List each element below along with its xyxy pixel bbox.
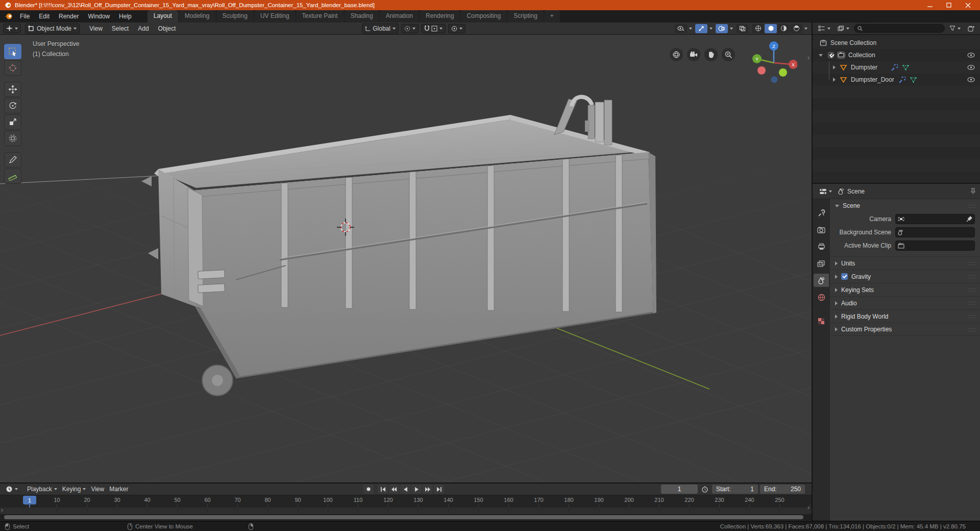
tab-rendering[interactable]: Rendering (420, 10, 460, 22)
select-box-tool-icon[interactable] (4, 44, 21, 59)
tab-world[interactable] (814, 291, 829, 304)
tab-layout[interactable]: Layout (148, 10, 178, 22)
outliner-row-scene-collection[interactable]: Scene Collection (813, 37, 980, 49)
viewport-menu-object[interactable]: Object (154, 23, 181, 34)
keying-sets-section[interactable]: Keying Sets:::: (830, 283, 980, 296)
object-expand-icon[interactable] (833, 78, 836, 82)
tab-scene[interactable] (814, 274, 829, 287)
xray-toggle-button[interactable] (736, 24, 748, 33)
play-button[interactable] (411, 485, 422, 494)
timeline-view-menu[interactable]: View (88, 485, 107, 494)
annotate-tool-icon[interactable] (4, 152, 21, 167)
menu-file[interactable]: File (15, 11, 34, 22)
camera-field[interactable] (895, 214, 975, 224)
units-section[interactable]: Units:::: (830, 256, 980, 270)
tab-texture[interactable] (814, 315, 829, 328)
snap-controls[interactable] (421, 24, 446, 33)
drag-grip-icon[interactable]: :::: (968, 203, 976, 209)
region-collapse-icon[interactable]: ‹ (807, 504, 810, 511)
start-frame-field[interactable]: Start:1 (712, 485, 758, 494)
timeline-scrollbar[interactable] (0, 514, 812, 520)
end-frame-field[interactable]: End:250 (760, 485, 805, 494)
gizmo-y-negative[interactable] (779, 68, 787, 77)
measure-tool-icon[interactable] (4, 168, 21, 184)
pin-icon[interactable] (970, 188, 976, 195)
outliner-display-mode-selector[interactable] (816, 25, 833, 32)
tab-tool[interactable] (814, 206, 829, 220)
proportional-editing-controls[interactable] (448, 24, 465, 33)
region-collapse-icon[interactable]: ‹ (807, 54, 810, 61)
shading-solid-button[interactable] (765, 24, 777, 33)
new-collection-button[interactable] (965, 25, 977, 33)
scale-tool-icon[interactable] (4, 114, 21, 130)
menu-render[interactable]: Render (54, 11, 83, 22)
jump-to-start-button[interactable] (378, 485, 388, 494)
scrollbar-thumb[interactable] (4, 515, 803, 519)
viewport-menu-view[interactable]: View (85, 23, 107, 34)
cursor-tool-icon[interactable] (4, 60, 21, 76)
active-movie-clip-field[interactable] (895, 240, 975, 251)
timeline-ruler[interactable]: 1020304050607080901001101201301401501601… (0, 495, 812, 508)
prev-keyframe-button[interactable] (389, 485, 399, 494)
outliner-filter-type-icon[interactable] (835, 25, 852, 32)
mesh-data-icon[interactable] (910, 77, 917, 83)
tab-animation[interactable]: Animation (380, 10, 419, 22)
playhead[interactable]: 1 (23, 496, 36, 504)
gizmo-z-negative[interactable] (771, 77, 778, 83)
viewport-menu-add[interactable]: Add (133, 23, 153, 34)
tab-add-workspace[interactable]: + (544, 10, 560, 22)
playback-menu[interactable]: Playback (24, 485, 60, 494)
menu-help[interactable]: Help (114, 11, 136, 22)
eyedropper-icon[interactable] (966, 216, 972, 222)
wrench-icon[interactable] (891, 64, 898, 71)
maximize-button[interactable] (946, 3, 952, 8)
gizmo-x-negative[interactable] (757, 66, 766, 75)
eye-icon[interactable] (967, 77, 975, 82)
tab-view-layer[interactable] (814, 257, 829, 270)
shading-material-button[interactable] (777, 24, 790, 33)
tab-sculpting[interactable]: Sculpting (216, 10, 254, 22)
camera-view-icon[interactable] (687, 48, 700, 61)
transform-tool-icon[interactable] (4, 131, 21, 146)
zoom-plus-icon[interactable] (722, 48, 735, 61)
shading-rendered-button[interactable] (790, 24, 802, 33)
outliner-filter-button[interactable] (947, 25, 963, 32)
navigation-gizmo[interactable]: Z Y X (750, 39, 797, 86)
outliner-search-input[interactable] (854, 24, 945, 33)
timeline-expand-icon[interactable]: › (1, 506, 3, 514)
wrench-icon[interactable] (898, 77, 905, 83)
tab-modeling[interactable]: Modeling (179, 10, 216, 22)
object-expand-icon[interactable] (833, 65, 836, 69)
menu-window[interactable]: Window (83, 11, 114, 22)
properties-editor-type-selector[interactable] (817, 187, 835, 196)
next-keyframe-button[interactable] (423, 485, 433, 494)
zoom-sphere-icon[interactable] (670, 48, 683, 61)
close-button[interactable] (965, 3, 971, 8)
tab-scripting[interactable]: Scripting (507, 10, 544, 22)
transform-orientation-selector[interactable]: Global (362, 23, 399, 34)
menu-edit[interactable]: Edit (34, 11, 54, 22)
collection-expand-icon[interactable] (819, 54, 823, 57)
mode-selector[interactable]: Object Mode (25, 23, 80, 34)
preview-range-clock-icon[interactable] (700, 485, 710, 494)
timeline-tracks[interactable]: › (0, 508, 812, 514)
outliner-row-dumpster[interactable]: Dumpster (813, 61, 980, 74)
overlays-toggle-button[interactable] (716, 24, 728, 33)
tool-settings-icon[interactable] (3, 23, 21, 33)
outliner-row-dumpster-door[interactable]: Dumpster_Door (813, 74, 980, 86)
object-type-visibility-button[interactable] (675, 24, 687, 33)
keying-menu[interactable]: Keying (60, 485, 89, 494)
scene-section-header[interactable]: Scene:::: (830, 199, 980, 212)
mesh-data-icon[interactable] (902, 64, 910, 71)
play-reverse-button[interactable] (400, 485, 410, 494)
background-scene-field[interactable] (895, 227, 975, 237)
eye-icon[interactable] (967, 53, 975, 58)
tab-texture-paint[interactable]: Texture Paint (296, 10, 344, 22)
pan-hand-icon[interactable] (704, 48, 718, 61)
current-frame-field[interactable]: 1 (661, 485, 698, 494)
jump-to-end-button[interactable] (434, 485, 444, 494)
collection-checkbox[interactable] (828, 52, 834, 58)
move-tool-icon[interactable] (4, 82, 21, 97)
custom-properties-section[interactable]: Custom Properties:::: (830, 323, 980, 336)
minimize-button[interactable] (927, 3, 933, 8)
